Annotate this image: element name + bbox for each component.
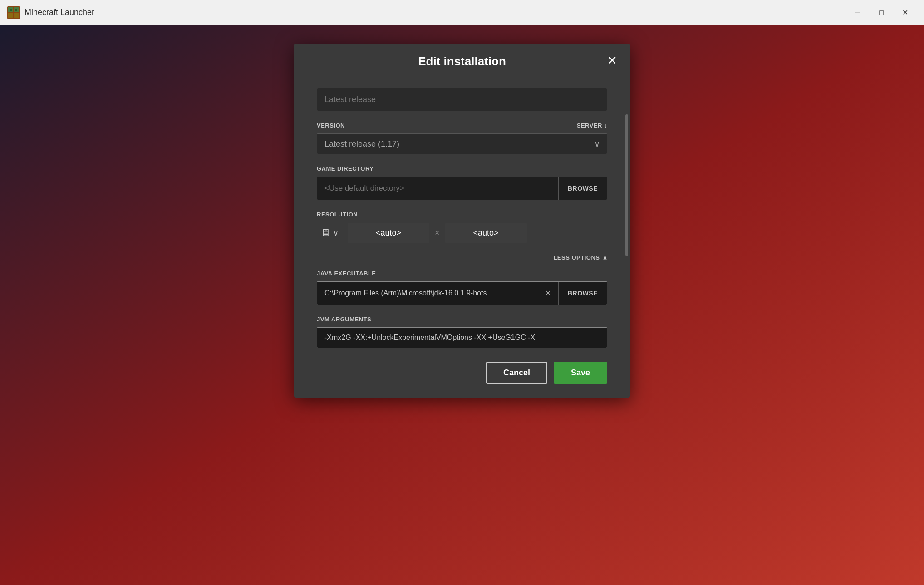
monitor-dropdown-button[interactable]: 🖥 ∨ <box>317 222 342 243</box>
java-clear-button[interactable]: ✕ <box>538 282 558 305</box>
modal-header: Edit installation ✕ <box>294 44 630 77</box>
directory-browse-button[interactable]: BROWSE <box>558 177 607 200</box>
maximize-button[interactable]: □ <box>870 5 893 21</box>
edit-installation-modal: Edit installation ✕ VERSION SERVER ↓ Lat… <box>294 44 630 398</box>
modal-body: VERSION SERVER ↓ Latest release (1.17) ∨… <box>294 77 630 362</box>
resolution-label: RESOLUTION <box>317 211 358 218</box>
modal-title: Edit installation <box>418 54 506 69</box>
directory-row: BROWSE <box>317 177 607 200</box>
directory-input[interactable] <box>317 178 558 199</box>
title-bar-controls: ─ □ ✕ <box>846 5 917 21</box>
jvm-arguments-input[interactable] <box>317 327 607 348</box>
jvm-label: JVM ARGUMENTS <box>317 316 371 323</box>
version-section-header: VERSION SERVER ↓ <box>317 122 607 129</box>
version-dropdown-wrap: Latest release (1.17) ∨ <box>317 133 607 154</box>
less-options-label: LESS OPTIONS ∧ <box>553 254 607 261</box>
minimize-button[interactable]: ─ <box>846 5 870 21</box>
installation-name-input[interactable] <box>317 88 607 111</box>
java-section-header: JAVA EXECUTABLE <box>317 270 607 277</box>
modal-footer: Cancel Save <box>294 362 630 384</box>
java-label: JAVA EXECUTABLE <box>317 270 376 277</box>
svg-rect-3 <box>8 13 13 18</box>
jvm-section-header: JVM ARGUMENTS <box>317 316 607 323</box>
less-options-toggle[interactable]: LESS OPTIONS ∧ <box>317 254 607 261</box>
directory-section-header: GAME DIRECTORY <box>317 165 607 172</box>
svg-rect-6 <box>15 9 17 11</box>
java-input-row: ✕ BROWSE <box>317 281 607 305</box>
modal-close-button[interactable]: ✕ <box>604 53 621 68</box>
title-bar: Minecraft Launcher ─ □ ✕ <box>0 0 924 25</box>
cancel-button[interactable]: Cancel <box>486 362 547 384</box>
server-download-icon: ↓ <box>604 122 607 129</box>
resolution-section-header: RESOLUTION <box>317 211 607 218</box>
version-dropdown[interactable]: Latest release (1.17) <box>317 133 607 154</box>
directory-label: GAME DIRECTORY <box>317 165 374 172</box>
chevron-up-icon: ∧ <box>603 254 608 261</box>
monitor-icon: 🖥 <box>320 227 330 239</box>
server-link[interactable]: SERVER ↓ <box>577 122 607 129</box>
resolution-row: 🖥 ∨ <auto> × <auto> <box>317 222 607 243</box>
server-label: SERVER <box>577 122 602 129</box>
app-title: Minecraft Launcher <box>25 8 94 17</box>
svg-rect-4 <box>14 13 19 18</box>
app-body: Edit installation ✕ VERSION SERVER ↓ Lat… <box>0 25 924 585</box>
svg-rect-5 <box>10 9 12 11</box>
window-close-button[interactable]: ✕ <box>893 5 917 21</box>
resolution-height-button[interactable]: <auto> <box>445 223 527 243</box>
resolution-x-separator: × <box>435 228 440 238</box>
title-bar-left: Minecraft Launcher <box>7 6 94 19</box>
java-browse-button[interactable]: BROWSE <box>558 282 607 305</box>
minecraft-icon <box>7 6 20 19</box>
modal-scrollbar[interactable] <box>625 114 628 256</box>
resolution-width-button[interactable]: <auto> <box>348 223 429 243</box>
save-button[interactable]: Save <box>554 362 607 384</box>
version-label: VERSION <box>317 122 345 129</box>
java-path-input[interactable] <box>317 283 538 303</box>
monitor-chevron-icon: ∨ <box>333 229 339 237</box>
